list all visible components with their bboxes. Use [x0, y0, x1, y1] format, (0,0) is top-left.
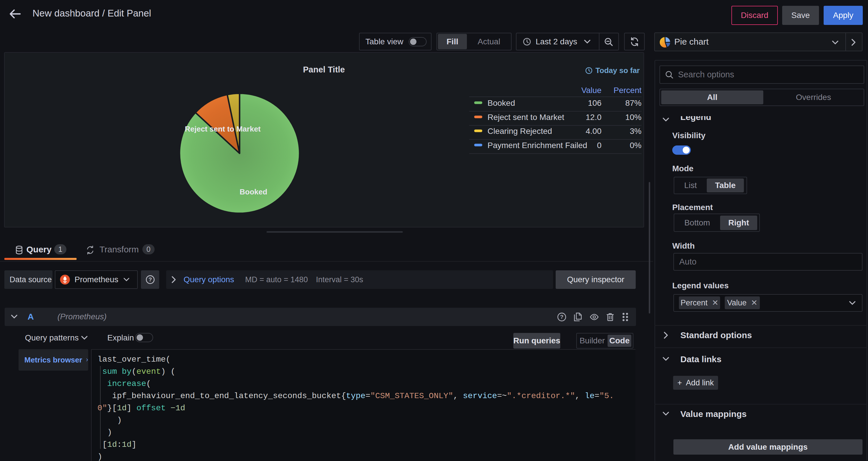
svg-text:?: ? [560, 314, 563, 320]
svg-text:?: ? [149, 276, 152, 283]
